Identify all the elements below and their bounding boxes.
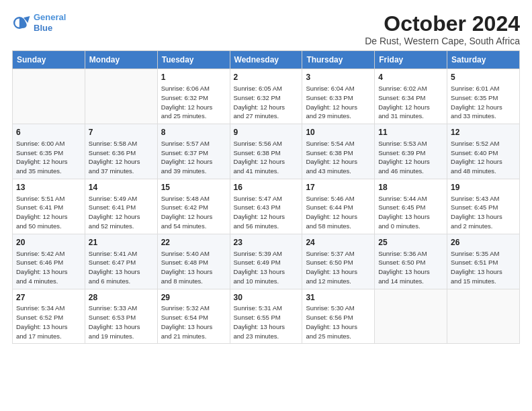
- day-info: Sunrise: 5:58 AM Sunset: 6:36 PM Dayligh…: [89, 139, 154, 176]
- day-info: Sunrise: 5:33 AM Sunset: 6:53 PM Dayligh…: [89, 304, 154, 340]
- day-number: 5: [451, 72, 516, 83]
- calendar-cell: [375, 289, 447, 344]
- calendar-cell: 16Sunrise: 5:47 AM Sunset: 6:43 PM Dayli…: [230, 179, 302, 234]
- day-info: Sunrise: 5:30 AM Sunset: 6:56 PM Dayligh…: [306, 304, 371, 340]
- day-info: Sunrise: 5:32 AM Sunset: 6:54 PM Dayligh…: [161, 304, 226, 340]
- calendar-cell: 6Sunrise: 6:00 AM Sunset: 6:35 PM Daylig…: [13, 124, 85, 179]
- calendar-cell: 27Sunrise: 5:34 AM Sunset: 6:52 PM Dayli…: [13, 289, 85, 344]
- location: De Rust, Western Cape, South Africa: [365, 36, 520, 46]
- day-info: Sunrise: 6:04 AM Sunset: 6:33 PM Dayligh…: [306, 84, 371, 121]
- calendar-cell: 21Sunrise: 5:41 AM Sunset: 6:47 PM Dayli…: [85, 234, 157, 289]
- day-info: Sunrise: 5:52 AM Sunset: 6:40 PM Dayligh…: [451, 139, 516, 176]
- day-info: Sunrise: 6:01 AM Sunset: 6:35 PM Dayligh…: [451, 84, 516, 121]
- calendar-cell: 12Sunrise: 5:52 AM Sunset: 6:40 PM Dayli…: [447, 124, 520, 179]
- day-info: Sunrise: 6:02 AM Sunset: 6:34 PM Dayligh…: [378, 84, 443, 121]
- day-info: Sunrise: 5:51 AM Sunset: 6:41 PM Dayligh…: [16, 194, 81, 231]
- calendar-week-row: 27Sunrise: 5:34 AM Sunset: 6:52 PM Dayli…: [13, 289, 520, 344]
- day-info: Sunrise: 6:06 AM Sunset: 6:32 PM Dayligh…: [161, 84, 226, 121]
- weekday-header-wednesday: Wednesday: [230, 51, 302, 69]
- calendar-cell: 31Sunrise: 5:30 AM Sunset: 6:56 PM Dayli…: [302, 289, 375, 344]
- day-info: Sunrise: 5:35 AM Sunset: 6:51 PM Dayligh…: [451, 249, 516, 286]
- day-info: Sunrise: 5:41 AM Sunset: 6:47 PM Dayligh…: [89, 249, 154, 286]
- day-number: 11: [378, 127, 443, 138]
- day-number: 18: [378, 182, 443, 193]
- calendar-table: SundayMondayTuesdayWednesdayThursdayFrid…: [12, 50, 520, 344]
- day-number: 8: [161, 127, 226, 138]
- day-number: 10: [306, 127, 371, 138]
- title-area: October 2024 De Rust, Western Cape, Sout…: [365, 12, 520, 46]
- day-number: 19: [451, 182, 516, 193]
- day-number: 17: [306, 182, 371, 193]
- calendar-cell: 15Sunrise: 5:48 AM Sunset: 6:42 PM Dayli…: [157, 179, 230, 234]
- page: General Blue October 2024 De Rust, Weste…: [0, 0, 532, 351]
- calendar-cell: 2Sunrise: 6:05 AM Sunset: 6:32 PM Daylig…: [230, 69, 302, 124]
- day-info: Sunrise: 5:57 AM Sunset: 6:37 PM Dayligh…: [161, 139, 226, 176]
- calendar-cell: 28Sunrise: 5:33 AM Sunset: 6:53 PM Dayli…: [85, 289, 157, 344]
- day-number: 13: [16, 182, 81, 193]
- day-number: 29: [161, 292, 226, 304]
- calendar-cell: 13Sunrise: 5:51 AM Sunset: 6:41 PM Dayli…: [13, 179, 85, 234]
- day-number: 1: [161, 72, 226, 83]
- calendar-cell: 25Sunrise: 5:36 AM Sunset: 6:50 PM Dayli…: [375, 234, 447, 289]
- calendar-cell: 11Sunrise: 5:53 AM Sunset: 6:39 PM Dayli…: [375, 124, 447, 179]
- day-info: Sunrise: 6:05 AM Sunset: 6:32 PM Dayligh…: [234, 84, 299, 121]
- day-info: Sunrise: 5:49 AM Sunset: 6:41 PM Dayligh…: [89, 194, 154, 231]
- weekday-header-friday: Friday: [375, 51, 447, 69]
- calendar-cell: 14Sunrise: 5:49 AM Sunset: 6:41 PM Dayli…: [85, 179, 157, 234]
- calendar-cell: [13, 69, 85, 124]
- day-info: Sunrise: 5:34 AM Sunset: 6:52 PM Dayligh…: [16, 304, 81, 340]
- calendar-week-row: 1Sunrise: 6:06 AM Sunset: 6:32 PM Daylig…: [13, 69, 520, 124]
- logo-line2: Blue: [34, 23, 52, 33]
- calendar-cell: 3Sunrise: 6:04 AM Sunset: 6:33 PM Daylig…: [302, 69, 375, 124]
- logo: General Blue: [12, 12, 66, 33]
- calendar-cell: 7Sunrise: 5:58 AM Sunset: 6:36 PM Daylig…: [85, 124, 157, 179]
- logo-line1: General: [34, 12, 66, 22]
- day-number: 24: [306, 237, 371, 248]
- calendar-cell: 22Sunrise: 5:40 AM Sunset: 6:48 PM Dayli…: [157, 234, 230, 289]
- day-info: Sunrise: 5:47 AM Sunset: 6:43 PM Dayligh…: [234, 194, 299, 231]
- calendar-cell: 19Sunrise: 5:43 AM Sunset: 6:45 PM Dayli…: [447, 179, 520, 234]
- calendar-cell: 23Sunrise: 5:39 AM Sunset: 6:49 PM Dayli…: [230, 234, 302, 289]
- day-number: 15: [161, 182, 226, 193]
- day-number: 16: [234, 182, 299, 193]
- day-number: 26: [451, 237, 516, 248]
- day-number: 14: [89, 182, 154, 193]
- calendar-cell: 10Sunrise: 5:54 AM Sunset: 6:38 PM Dayli…: [302, 124, 375, 179]
- day-number: 20: [16, 237, 81, 248]
- logo-icon: [12, 13, 31, 32]
- day-number: 7: [89, 127, 154, 138]
- calendar-week-row: 6Sunrise: 6:00 AM Sunset: 6:35 PM Daylig…: [13, 124, 520, 179]
- calendar-cell: 29Sunrise: 5:32 AM Sunset: 6:54 PM Dayli…: [157, 289, 230, 344]
- day-number: 2: [234, 72, 299, 83]
- day-info: Sunrise: 5:43 AM Sunset: 6:45 PM Dayligh…: [451, 194, 516, 231]
- day-number: 30: [234, 292, 299, 304]
- weekday-header-saturday: Saturday: [447, 51, 520, 69]
- day-info: Sunrise: 5:53 AM Sunset: 6:39 PM Dayligh…: [378, 139, 443, 176]
- calendar-cell: 17Sunrise: 5:46 AM Sunset: 6:44 PM Dayli…: [302, 179, 375, 234]
- calendar-cell: 9Sunrise: 5:56 AM Sunset: 6:38 PM Daylig…: [230, 124, 302, 179]
- calendar-cell: 1Sunrise: 6:06 AM Sunset: 6:32 PM Daylig…: [157, 69, 230, 124]
- header: General Blue October 2024 De Rust, Weste…: [12, 12, 520, 46]
- day-info: Sunrise: 5:48 AM Sunset: 6:42 PM Dayligh…: [161, 194, 226, 231]
- weekday-header-thursday: Thursday: [302, 51, 375, 69]
- calendar-week-row: 13Sunrise: 5:51 AM Sunset: 6:41 PM Dayli…: [13, 179, 520, 234]
- day-number: 23: [234, 237, 299, 248]
- day-info: Sunrise: 5:31 AM Sunset: 6:55 PM Dayligh…: [234, 304, 299, 340]
- weekday-header-row: SundayMondayTuesdayWednesdayThursdayFrid…: [13, 51, 520, 69]
- day-number: 6: [16, 127, 81, 138]
- day-info: Sunrise: 5:39 AM Sunset: 6:49 PM Dayligh…: [234, 249, 299, 286]
- day-info: Sunrise: 5:56 AM Sunset: 6:38 PM Dayligh…: [234, 139, 299, 176]
- day-info: Sunrise: 5:36 AM Sunset: 6:50 PM Dayligh…: [378, 249, 443, 286]
- calendar-cell: 30Sunrise: 5:31 AM Sunset: 6:55 PM Dayli…: [230, 289, 302, 344]
- calendar-cell: 26Sunrise: 5:35 AM Sunset: 6:51 PM Dayli…: [447, 234, 520, 289]
- day-number: 31: [306, 292, 371, 304]
- day-info: Sunrise: 5:37 AM Sunset: 6:50 PM Dayligh…: [306, 249, 371, 286]
- day-number: 28: [89, 292, 154, 304]
- day-number: 27: [16, 292, 81, 304]
- calendar-week-row: 20Sunrise: 5:42 AM Sunset: 6:46 PM Dayli…: [13, 234, 520, 289]
- day-number: 21: [89, 237, 154, 248]
- day-number: 3: [306, 72, 371, 83]
- calendar-cell: 8Sunrise: 5:57 AM Sunset: 6:37 PM Daylig…: [157, 124, 230, 179]
- weekday-header-sunday: Sunday: [13, 51, 85, 69]
- day-info: Sunrise: 5:44 AM Sunset: 6:45 PM Dayligh…: [378, 194, 443, 231]
